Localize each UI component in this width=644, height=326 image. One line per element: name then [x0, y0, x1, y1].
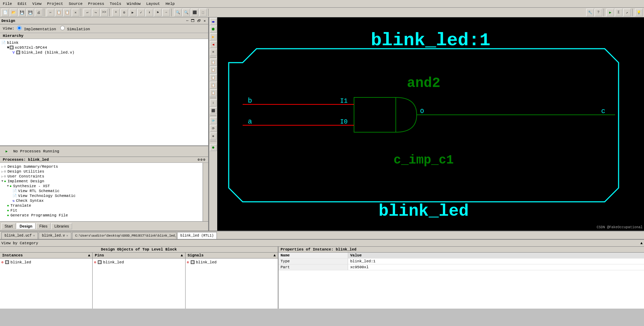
panel-pin-button[interactable]: ↔ — [185, 19, 189, 23]
nav-libraries[interactable]: Libraries — [51, 223, 72, 229]
proc-view-rtl[interactable]: 📄 View RTL Schematic — [1, 189, 201, 193]
rt-btn11[interactable]: ↕ — [210, 100, 217, 106]
expand-collapse-icon[interactable]: ▲ — [640, 241, 643, 245]
panel-restore-button[interactable]: 🗗 — [196, 19, 202, 23]
menu-layout[interactable]: Layout — [145, 1, 162, 7]
bulb-button[interactable]: 💡 — [635, 9, 643, 16]
nav-start[interactable]: Start — [1, 223, 16, 229]
print-button[interactable]: 🖨 — [35, 9, 42, 16]
expand-icon[interactable]: ▷ — [1, 165, 3, 169]
pins-sort-icon[interactable]: ▲ — [181, 253, 183, 257]
proc-translate[interactable]: ● Translate — [1, 203, 201, 208]
menu-project[interactable]: Project — [46, 1, 64, 7]
zoom-fit-button[interactable]: ⬛ — [191, 9, 198, 16]
run-button[interactable]: ▶ — [606, 9, 614, 16]
check-button[interactable]: ✓ — [137, 9, 145, 16]
tree-blink[interactable]: 📄 blink — [1, 40, 207, 45]
rt-btn16[interactable]: ● — [210, 144, 217, 151]
proc-design-utilities[interactable]: ▷ ⚙ Design Utilities — [1, 169, 201, 174]
hierarchy-area[interactable]: 📄 blink ▼ 🔲 xc9572xl-5PC44 V 🔲 blink_led… — [0, 39, 208, 145]
rt-btn2[interactable]: ⬟ — [210, 26, 217, 33]
redo-button[interactable]: ↪ — [92, 9, 100, 16]
signals-content[interactable]: ⊕ 🔲 blink_led — [186, 259, 278, 309]
proc-list[interactable]: ▷ ⚙ Design Summary/Reports ▷ ⚙ Design Ut… — [0, 163, 203, 221]
rt-btn3[interactable]: ▶ — [210, 33, 217, 40]
proc-synthesize[interactable]: ▼ ● Synthesize - XST — [1, 184, 201, 189]
rt-btn10[interactable]: 📋 — [210, 89, 217, 96]
sim-radio-label[interactable]: Simulation — [60, 26, 90, 31]
panel-min-button[interactable]: 🗖 — [190, 19, 196, 23]
instances-content[interactable]: ⊕ 🔲 blink_led — [0, 259, 92, 309]
new-button[interactable]: 📄 — [1, 9, 9, 16]
menu-view[interactable]: View — [31, 1, 43, 7]
save-button[interactable]: 💾 — [18, 9, 26, 16]
search-button[interactable]: ? — [595, 9, 602, 16]
flag-button[interactable]: ⚑ — [154, 9, 162, 16]
save-all-button[interactable]: 💾 — [26, 9, 34, 16]
proc-ctrl1[interactable]: ⚙ — [198, 158, 200, 162]
copy-button[interactable]: 📋 — [55, 9, 63, 16]
nav-design[interactable]: Design — [16, 223, 36, 229]
rt-btn7[interactable]: 📋 — [210, 66, 217, 73]
sim-button[interactable]: ▶ — [129, 9, 136, 16]
tab-ucf[interactable]: blink_led.ucf ✕ — [1, 232, 38, 239]
rt-btn4[interactable]: ◀ — [210, 41, 217, 48]
menu-window[interactable]: Window — [125, 1, 142, 7]
tab-v[interactable]: blink_led.v ✕ — [39, 232, 71, 239]
tools-button[interactable]: 🔧 — [586, 9, 594, 16]
instances-sort-icon[interactable]: ▲ — [88, 253, 91, 257]
expand-icon4[interactable]: ▼ — [1, 180, 3, 183]
cut-button[interactable]: ✂ — [47, 9, 54, 16]
zoom-out-button[interactable]: 🔍 — [182, 9, 190, 16]
menu-source[interactable]: Source — [67, 1, 84, 7]
rt-btn12[interactable]: ⬛ — [210, 107, 217, 114]
signal-blink-led[interactable]: ⊕ 🔲 blink_led — [187, 260, 276, 265]
tree-module[interactable]: V 🔲 blink_led (blink_led.v) — [1, 50, 207, 55]
schematic-view[interactable]: blink_led:1 and2 c_imp_c1 b I1 — [217, 17, 644, 231]
zoom-in-button[interactable]: 🔍 — [174, 9, 182, 16]
paste-button[interactable]: 📋 — [63, 9, 71, 16]
proc-user-constraints[interactable]: ▷ ⚙ User Constraints — [1, 174, 201, 179]
rt-btn8[interactable]: 📋 — [210, 74, 217, 81]
prog-button[interactable]: ⬇ — [146, 9, 153, 16]
panel-close-button[interactable]: ✕ — [203, 19, 207, 23]
tab-rtl[interactable]: blink_led (RTL1) — [177, 232, 217, 239]
more-button[interactable]: >> — [100, 9, 108, 16]
rt-btn5[interactable]: ≡ — [210, 49, 217, 56]
proc-run-button[interactable]: ▶ — [3, 148, 10, 155]
menu-edit[interactable]: Edit — [16, 1, 28, 7]
proc-scrollbar[interactable] — [203, 163, 208, 221]
sim2-button[interactable]: ↗ — [623, 9, 631, 16]
proc-ctrl2[interactable]: ⚙ — [201, 158, 203, 162]
tab-appletref[interactable]: C:\Users\auditor\Desktop\GOOD_PROJECT\bl… — [72, 232, 176, 239]
rt-btn1[interactable]: ◀▶ — [210, 18, 217, 25]
menu-tools[interactable]: Tools — [108, 1, 123, 7]
signals-sort-icon[interactable]: ▲ — [273, 253, 276, 257]
rt-btn9[interactable]: 📋 — [210, 82, 217, 89]
instance-blink-led[interactable]: ⊕ 🔲 blink_led — [1, 260, 91, 265]
rt-btn15[interactable]: ⊕ — [210, 133, 217, 140]
arrow-button[interactable]: → — [162, 9, 170, 16]
proc-view-tech[interactable]: 📄 View Technology Schematic — [1, 193, 201, 198]
open-button[interactable]: 📂 — [10, 9, 17, 16]
rt-btn6[interactable]: 📋 — [210, 59, 217, 66]
proc-ctrl3[interactable]: ⚙ — [203, 158, 205, 162]
menu-process[interactable]: Process — [87, 1, 105, 7]
rt-btn13[interactable]: ⟳ — [210, 117, 217, 124]
pins-content[interactable]: ⊕ 🔲 blink_led — [93, 259, 185, 309]
expand-icon2[interactable]: ▷ — [1, 170, 3, 174]
impl-button[interactable]: ⚙ — [120, 9, 128, 16]
impl-radio-label[interactable]: Implementation — [17, 26, 56, 31]
proc-check-syntax[interactable]: ↻ Check Syntax — [1, 198, 201, 203]
pin-blink-led[interactable]: ⊕ 🔲 blink_led — [94, 260, 183, 265]
menu-file[interactable]: File — [1, 1, 13, 7]
proc-design-summary[interactable]: ▷ ⚙ Design Summary/Reports — [1, 164, 201, 169]
tree-device[interactable]: ▼ 🔲 xc9572xl-5PC44 — [1, 45, 207, 50]
delete-button[interactable]: ✕ — [72, 9, 79, 16]
tab-v-close[interactable]: ✕ — [66, 234, 68, 238]
impl-radio[interactable] — [17, 26, 22, 30]
proc-fit[interactable]: ● Fit — [1, 208, 201, 213]
tab-ucf-close[interactable]: ✕ — [33, 234, 35, 238]
undo-button[interactable]: ↩ — [84, 9, 91, 16]
expand-icon5[interactable]: ▼ — [7, 184, 9, 188]
